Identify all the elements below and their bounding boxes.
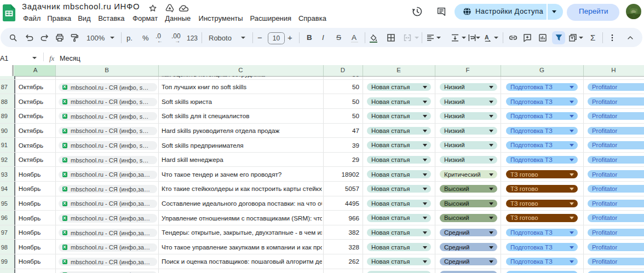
svg-text:A: A <box>485 34 489 40</box>
